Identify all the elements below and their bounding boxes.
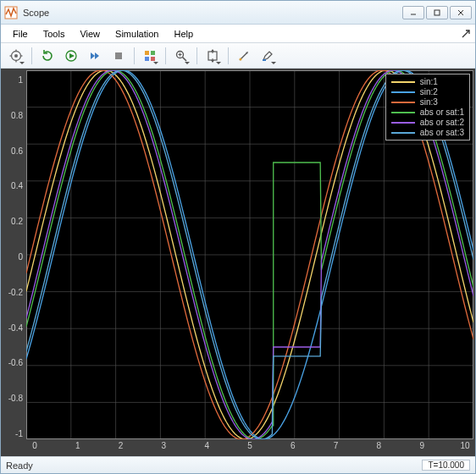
toolbar <box>1 43 475 69</box>
x-tick: 9 <box>413 441 430 455</box>
svg-marker-29 <box>211 60 214 63</box>
y-tick: 0 <box>3 252 23 262</box>
x-tick: 0 <box>26 441 43 455</box>
stop-button[interactable] <box>108 46 129 66</box>
x-tick: 2 <box>113 441 130 455</box>
plot-canvas[interactable]: sin:1sin:2sin:3abs or sat:1abs or sat:2a… <box>26 70 473 439</box>
menu-simulation[interactable]: Simulation <box>108 27 165 41</box>
y-tick: 1 <box>3 75 23 85</box>
x-tick: 10 <box>457 441 473 455</box>
svg-rect-2 <box>434 10 440 15</box>
y-tick: -0.2 <box>3 288 23 298</box>
svg-point-7 <box>14 54 18 58</box>
titlebar: Scope <box>1 1 475 25</box>
svg-marker-14 <box>91 52 95 59</box>
legend-row: abs or sat:3 <box>391 128 464 137</box>
x-tick: 7 <box>328 441 345 455</box>
svg-rect-17 <box>145 51 149 55</box>
legend-label: abs or sat:2 <box>420 118 464 127</box>
menu-view[interactable]: View <box>73 27 107 41</box>
y-tick: 0.4 <box>3 181 23 191</box>
svg-line-5 <box>462 30 469 37</box>
y-tick: -0.6 <box>3 358 23 368</box>
window-title: Scope <box>23 8 402 18</box>
legend-swatch <box>391 132 415 134</box>
y-tick: -1 <box>3 429 23 439</box>
status-ready: Ready <box>6 460 33 471</box>
legend-swatch <box>391 102 415 103</box>
window-controls <box>402 6 472 19</box>
svg-marker-15 <box>95 52 99 59</box>
step-forward-button[interactable] <box>85 46 105 66</box>
dock-arrow-icon[interactable] <box>462 30 470 38</box>
legend-label: abs or sat:1 <box>420 107 464 117</box>
y-tick: 0.8 <box>3 111 23 121</box>
menu-tools[interactable]: Tools <box>36 27 72 41</box>
maximize-button[interactable] <box>426 6 448 19</box>
legend-label: sin:1 <box>420 77 438 86</box>
cursor-measure-button[interactable] <box>234 46 254 66</box>
x-tick: 4 <box>198 441 215 455</box>
x-tick: 3 <box>155 441 172 455</box>
legend-row: abs or sat:2 <box>391 118 464 127</box>
svg-line-22 <box>183 57 187 61</box>
restart-button[interactable] <box>37 46 58 66</box>
svg-rect-20 <box>151 57 155 61</box>
close-button[interactable] <box>450 6 472 19</box>
menubar: File Tools View Simulation Help <box>1 25 475 43</box>
y-tick: -0.8 <box>3 394 23 404</box>
legend-row: abs or sat:1 <box>391 107 464 117</box>
plot-container: 10.80.60.40.20-0.2-0.4-0.6-0.8-1 sin:1si… <box>1 69 475 456</box>
legend-row: sin:2 <box>391 87 464 96</box>
y-axis: 10.80.60.40.20-0.2-0.4-0.6-0.8-1 <box>3 70 26 455</box>
minimize-button[interactable] <box>402 6 424 19</box>
run-button[interactable] <box>61 46 81 66</box>
svg-point-32 <box>240 58 242 60</box>
x-tick: 5 <box>241 441 258 455</box>
svg-marker-33 <box>263 52 272 60</box>
legend-swatch <box>391 91 415 93</box>
x-tick: 1 <box>69 441 86 455</box>
svg-rect-19 <box>145 57 149 61</box>
scope-window: Scope File Tools View Simulation Help <box>0 0 476 474</box>
autoscale-button[interactable] <box>202 46 223 66</box>
zoom-button[interactable] <box>171 46 191 66</box>
svg-rect-16 <box>115 52 122 59</box>
svg-rect-34 <box>263 59 266 61</box>
legend-row: sin:1 <box>391 77 464 86</box>
x-tick: 8 <box>370 441 387 455</box>
legend-swatch <box>391 81 415 83</box>
status-time: T=10.000 <box>422 460 470 471</box>
svg-marker-28 <box>211 49 214 52</box>
legend-label: abs or sat:3 <box>420 128 464 137</box>
y-tick: 0.2 <box>3 217 23 227</box>
legend-swatch <box>391 112 415 113</box>
legend: sin:1sin:2sin:3abs or sat:1abs or sat:2a… <box>385 74 470 141</box>
y-tick: -0.4 <box>3 323 23 333</box>
legend-label: sin:2 <box>420 87 438 96</box>
svg-marker-13 <box>69 53 75 58</box>
legend-row: sin:3 <box>391 97 464 107</box>
svg-rect-18 <box>151 51 155 55</box>
statusbar: Ready T=10.000 <box>1 456 475 473</box>
configure-button[interactable] <box>6 46 26 66</box>
app-icon <box>4 6 18 19</box>
menu-help[interactable]: Help <box>167 27 200 41</box>
x-tick: 6 <box>285 441 302 455</box>
y-tick: 0.6 <box>3 146 23 157</box>
x-axis: 012345678910 <box>26 439 473 455</box>
legend-label: sin:3 <box>420 97 438 107</box>
menu-file[interactable]: File <box>6 27 35 41</box>
highlight-button[interactable] <box>257 46 278 66</box>
triggers-button[interactable] <box>140 46 160 66</box>
legend-swatch <box>391 122 415 124</box>
